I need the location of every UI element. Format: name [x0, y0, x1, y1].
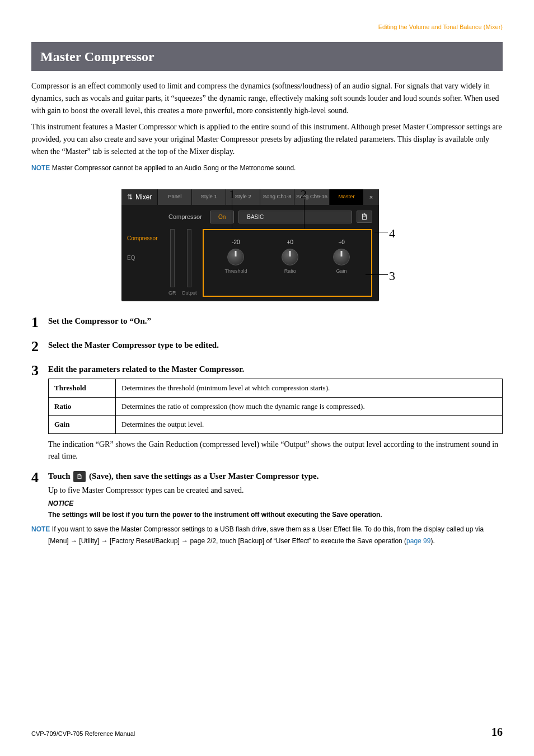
callout-line — [304, 199, 305, 228]
step-3-num: 3 — [31, 363, 48, 462]
step-4-num: 4 — [31, 470, 48, 553]
step-1: 1 Set the Compressor to “On.” — [31, 315, 503, 331]
after-table-text: The indication “GR” shows the Gain Reduc… — [48, 438, 503, 462]
meter-output-label: Output — [182, 290, 197, 297]
step-3: 3 Edit the parameters related to the Mas… — [31, 363, 503, 462]
meter-gr — [170, 229, 175, 287]
param-desc: Determines the ratio of compression (how… — [116, 397, 503, 416]
compressor-label: Compressor — [168, 212, 202, 222]
knob-ratio[interactable] — [282, 249, 298, 265]
callout-line — [232, 199, 232, 228]
step-4-head: Touch (Save), then save the settings as … — [48, 470, 503, 483]
save-icon — [360, 213, 368, 221]
mixer-title: ⇅ Mixer — [121, 189, 157, 205]
step-2-head: Select the Master Compressor type to be … — [48, 339, 503, 352]
footer-ref: CVP-709/CVP-705 Reference Manual — [31, 729, 135, 739]
note-row-1: NOTE Master Compressor cannot be applied… — [31, 162, 503, 174]
note-text: If you want to save the Master Compresso… — [48, 525, 484, 545]
meter-output-col: Output — [182, 229, 197, 297]
step-2-num: 2 — [31, 339, 48, 355]
knob-ratio-value: +0 — [287, 238, 293, 246]
sidebar-item-eq[interactable]: EQ — [121, 248, 168, 268]
knob-threshold-label: Threshold — [224, 268, 247, 276]
step-4-sub: Up to five Master Compressor types can b… — [48, 484, 503, 496]
step-1-head: Set the Compressor to “On.” — [48, 315, 503, 328]
param-desc: Determines the output level. — [116, 416, 503, 434]
callout-4: 4 — [389, 224, 395, 242]
table-row: Ratio Determines the ratio of compressio… — [49, 397, 503, 416]
save-icon-inline — [73, 471, 86, 482]
knob-gain-value: +0 — [338, 238, 344, 246]
mixer-sidebar: Compressor EQ — [121, 205, 168, 302]
mixer-icon: ⇅ — [127, 192, 133, 202]
note-row-2: NOTE If you want to save the Master Comp… — [48, 523, 503, 547]
footer: CVP-709/CVP-705 Reference Manual 16 — [31, 724, 503, 740]
meter-output — [187, 229, 191, 287]
mixer-title-text: Mixer — [135, 192, 152, 202]
step-4-head-a: Touch — [48, 472, 72, 480]
step-4: 4 Touch (Save), then save the settings a… — [31, 470, 503, 553]
callout-line — [374, 232, 388, 232]
page-link[interactable]: page 99 — [406, 537, 430, 545]
param-name: Threshold — [49, 379, 116, 398]
intro-paragraph-2: This instrument features a Master Compre… — [31, 121, 503, 158]
callout-line — [366, 274, 388, 275]
knob-threshold[interactable] — [227, 249, 244, 265]
knob-gain-label: Gain — [336, 268, 347, 276]
knob-gain-col: +0 Gain — [333, 238, 350, 291]
mixer-screenshot: ⇅ Mixer Panel Style 1 Style 2 Song Ch1-8… — [121, 189, 379, 302]
callout-3: 3 — [389, 267, 395, 285]
knob-group: -20 Threshold +0 Ratio +0 Gain — [203, 229, 372, 297]
note-label: NOTE — [31, 164, 50, 172]
save-button-inline[interactable] — [357, 211, 372, 223]
notice-text: The settings will be lost if you turn th… — [48, 510, 503, 520]
meter-gr-col: GR — [168, 229, 176, 297]
mixer-header: ⇅ Mixer Panel Style 1 Style 2 Song Ch1-8… — [121, 189, 379, 205]
param-name: Gain — [49, 416, 116, 434]
note-text: Master Compressor cannot be applied to a… — [52, 164, 296, 172]
compressor-type-select[interactable]: BASIC — [238, 211, 352, 223]
note-label: NOTE — [31, 525, 50, 533]
step-3-head: Edit the parameters related to the Maste… — [48, 363, 503, 376]
knob-ratio-col: +0 Ratio — [282, 238, 298, 291]
figure-wrap: 1 2 4 3 ⇅ Mixer Panel Style 1 Style 2 So… — [121, 189, 413, 302]
knob-threshold-value: -20 — [232, 238, 240, 246]
sidebar-item-compressor[interactable]: Compressor — [121, 228, 168, 248]
knob-ratio-label: Ratio — [284, 268, 296, 276]
meter-gr-label: GR — [168, 290, 176, 297]
table-row: Threshold Determines the threshold (mini… — [49, 379, 503, 398]
compressor-on-button[interactable]: On — [210, 211, 234, 223]
knob-gain[interactable] — [333, 249, 350, 265]
close-icon[interactable]: × — [363, 189, 379, 205]
param-name: Ratio — [49, 397, 116, 416]
mixer-main: Compressor On BASIC GR — [168, 205, 379, 302]
table-row: Gain Determines the output level. — [49, 416, 503, 434]
tab-song-ch1-8[interactable]: Song Ch1-8 — [260, 189, 294, 205]
tab-master[interactable]: Master — [329, 189, 363, 205]
mixer-body: Compressor EQ Compressor On BASIC — [121, 205, 379, 302]
tab-song-ch9-16[interactable]: Song Ch9-16 — [294, 189, 329, 205]
tab-style1[interactable]: Style 1 — [191, 189, 226, 205]
step-2: 2 Select the Master Compressor type to b… — [31, 339, 503, 355]
knob-threshold-col: -20 Threshold — [224, 238, 247, 291]
section-title: Master Compressor — [31, 42, 503, 71]
note-text-b: ). — [430, 537, 434, 545]
intro-paragraph-1: Compressor is an effect commonly used to… — [31, 80, 503, 118]
breadcrumb: Editing the Volume and Tonal Balance (Mi… — [31, 22, 503, 32]
footer-page: 16 — [491, 724, 503, 740]
tab-panel[interactable]: Panel — [157, 189, 191, 205]
step-4-head-b: (Save), then save the settings as a User… — [87, 472, 318, 480]
notice-label: NOTICE — [48, 498, 503, 508]
compressor-top-row: Compressor On BASIC — [168, 211, 372, 223]
knob-area: GR Output -20 Threshold — [168, 229, 372, 297]
param-desc: Determines the threshold (minimum level … — [116, 379, 503, 398]
param-table: Threshold Determines the threshold (mini… — [48, 379, 503, 434]
step-1-num: 1 — [31, 315, 48, 331]
meters: GR Output — [168, 229, 197, 297]
